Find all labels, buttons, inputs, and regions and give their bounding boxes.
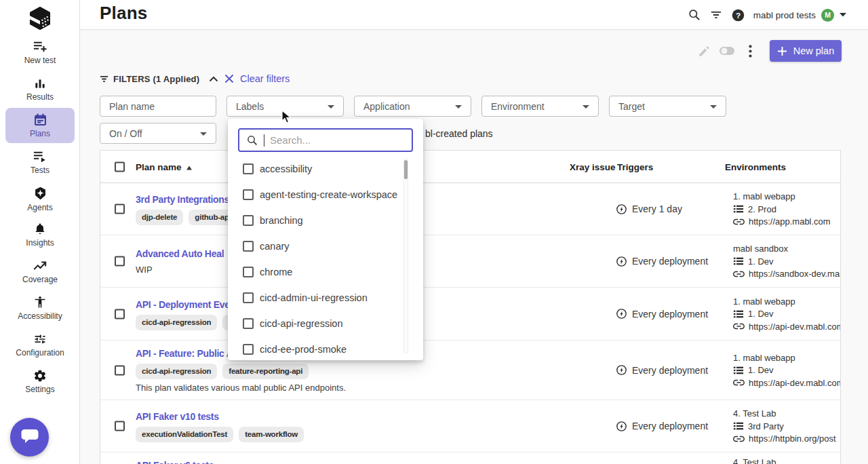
plans-table: Plan name Xray issue Triggers Environmen…: [100, 150, 841, 464]
sidebar-item-new-test[interactable]: New test: [5, 35, 75, 70]
link-icon: [733, 379, 745, 386]
plan-name-link[interactable]: API - Deployment Ever: [136, 298, 233, 312]
row-checkbox[interactable]: [115, 421, 125, 431]
column-header-environments[interactable]: Environments: [725, 161, 786, 172]
target-filter-select[interactable]: Target: [609, 96, 726, 117]
plan-name-link[interactable]: API - Feature: Public A: [136, 347, 233, 361]
plan-description: WIP: [136, 264, 153, 276]
label-chip: cicd-api-regression: [136, 364, 217, 379]
label-option[interactable]: cicd-api-regression: [228, 311, 423, 336]
search-icon[interactable]: [688, 8, 701, 22]
application-filter-select[interactable]: Application: [354, 96, 471, 117]
label-option[interactable]: canary: [228, 233, 423, 259]
search-icon: [246, 134, 258, 147]
label-option[interactable]: branching: [228, 208, 423, 233]
sidebar-item-tests[interactable]: Tests: [5, 144, 75, 180]
edit-plan-button[interactable]: [693, 40, 715, 62]
top-bar: Plans ? mabl prod tests M: [80, 0, 868, 30]
environments-cell: 4. Test Lab: [733, 452, 840, 464]
option-label: agent-testing-create-workspace: [260, 189, 397, 200]
clear-filters-button[interactable]: Clear filters: [224, 72, 290, 85]
row-checkbox[interactable]: [115, 204, 125, 214]
toggle-plan-button[interactable]: [716, 40, 738, 62]
filters-header[interactable]: FILTERS (1 Applied): [100, 72, 218, 85]
sidebar-item-settings[interactable]: Settings: [5, 364, 75, 399]
sidebar-item-label: Plans: [30, 129, 50, 138]
labels-filter-label: Labels: [236, 101, 264, 112]
environments-cell: 4. Test Lab 3rd Party https://httpbin.or…: [733, 400, 840, 452]
label-option[interactable]: agent-testing-create-workspace: [228, 182, 423, 208]
environment-filter-select[interactable]: Environment: [481, 96, 599, 117]
sidebar-item-coverage[interactable]: Coverage: [5, 254, 75, 289]
sidebar-item-results[interactable]: Results: [5, 71, 75, 107]
row-checkbox[interactable]: [115, 256, 125, 267]
option-label: canary: [260, 241, 290, 252]
sidebar-item-label: Results: [26, 92, 54, 102]
column-header-xray[interactable]: Xray issue: [570, 161, 616, 172]
labels-search-placeholder: Search...: [270, 134, 311, 146]
chat-button[interactable]: [10, 418, 49, 457]
sidebar-item-insights[interactable]: Insights: [5, 217, 75, 252]
chat-bubble-icon: [20, 427, 39, 448]
label-option[interactable]: cicd-ee-prod-smoke: [228, 336, 423, 360]
option-checkbox[interactable]: [243, 292, 254, 303]
scrollbar-thumb[interactable]: [404, 160, 408, 179]
table-row: API - Deployment Ever cicd-api-regressio…: [100, 288, 840, 341]
plan-name-input[interactable]: [109, 101, 207, 112]
label-option[interactable]: chrome: [228, 259, 423, 285]
new-plan-button[interactable]: New plan: [770, 40, 842, 62]
help-icon[interactable]: ?: [731, 8, 745, 22]
sidebar-item-agents[interactable]: Agents: [5, 181, 75, 216]
environment-url[interactable]: https://httpbin.org/post: [733, 432, 840, 445]
column-header-triggers[interactable]: Triggers: [617, 161, 653, 172]
sidebar-item-label: Accessibility: [18, 311, 62, 321]
label-option[interactable]: cicd-admin-ui-regression: [228, 285, 423, 311]
option-checkbox[interactable]: [243, 215, 254, 226]
option-checkbox[interactable]: [243, 267, 254, 277]
accessibility-icon: [33, 295, 47, 309]
label-chip: feature-reporting-api: [222, 364, 309, 379]
target-filter-label: Target: [618, 101, 645, 112]
chevron-up-icon[interactable]: [209, 76, 218, 82]
environment-url[interactable]: https://api-dev.mabl.com: [733, 320, 840, 333]
application-filter-label: Application: [363, 101, 410, 112]
environment-url[interactable]: https://sandbox-dev.mabl.com: [733, 267, 840, 280]
filter-list-icon[interactable]: [709, 8, 723, 22]
playlist-add-icon: [33, 40, 47, 54]
option-checkbox[interactable]: [243, 344, 254, 355]
select-all-checkbox[interactable]: [115, 161, 125, 172]
calendar-note-icon: [33, 113, 47, 127]
list-icon: [733, 366, 744, 375]
on-off-filter-select[interactable]: On / Off: [100, 123, 216, 144]
workspace-menu[interactable]: mabl prod tests M: [753, 9, 846, 22]
sidebar-item-configuration[interactable]: Configuration: [5, 327, 75, 362]
option-checkbox[interactable]: [243, 241, 254, 252]
option-checkbox[interactable]: [243, 163, 254, 174]
plan-name-link[interactable]: 3rd Party Integrations: [136, 193, 229, 207]
bell-icon: [33, 222, 47, 236]
option-label: chrome: [260, 267, 292, 277]
option-checkbox[interactable]: [243, 189, 254, 200]
trigger-label: Every deployment: [632, 421, 708, 431]
row-checkbox[interactable]: [115, 365, 125, 375]
sidebar-item-plans[interactable]: Plans: [5, 108, 75, 143]
bolt-circle-icon: [616, 421, 627, 432]
labels-search-box[interactable]: Search...: [238, 128, 413, 152]
label-option[interactable]: accessibility: [228, 156, 423, 182]
application-name: 4. Test Lab: [733, 407, 840, 420]
trigger-cell: Every deployment: [616, 341, 708, 400]
plan-name-link[interactable]: Advanced Auto Heal: [136, 247, 224, 261]
environment-url[interactable]: https://api-dev.mabl.com: [733, 376, 840, 389]
option-checkbox[interactable]: [243, 318, 254, 329]
row-checkbox[interactable]: [115, 309, 125, 319]
kebab-menu-icon[interactable]: [739, 40, 761, 62]
trigger-label: Every deployment: [632, 365, 708, 376]
bolt-circle-icon: [616, 364, 627, 376]
environment-url[interactable]: https://app.mabl.com: [733, 215, 840, 228]
plan-name-link[interactable]: API Faker v10 tests: [136, 410, 219, 424]
column-header-plan-name[interactable]: Plan name: [136, 161, 192, 172]
bolt-circle-icon: [616, 308, 627, 320]
plan-name-link[interactable]: API Faker v6 tests: [136, 459, 214, 464]
dropdown-scrollbar[interactable]: [403, 158, 408, 353]
sidebar-item-accessibility[interactable]: Accessibility: [5, 290, 75, 326]
